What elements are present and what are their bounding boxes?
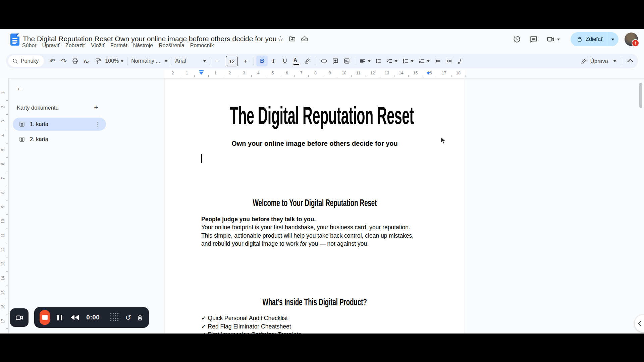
ruler-number: 11 — [356, 71, 360, 75]
clear-formatting-button[interactable] — [455, 55, 466, 67]
increase-font-size-button[interactable]: + — [240, 55, 251, 67]
paint-format-button[interactable] — [92, 55, 104, 67]
ruler-number: 5 — [1, 147, 5, 153]
close-tabs-panel-button[interactable]: ← — [14, 82, 26, 94]
ruler-tick — [6, 314, 8, 314]
meet-dropdown-icon[interactable] — [557, 39, 560, 42]
tab-options-icon[interactable]: ⋮ — [90, 121, 106, 128]
add-tab-button[interactable]: + — [94, 103, 106, 112]
ruler-tick — [237, 75, 237, 77]
toolbar: Ponuky ↶ ↷ A✓ 100% Normálny ... Arial — [6, 54, 638, 68]
ruler-tick — [366, 75, 366, 77]
ruler-tick — [437, 75, 437, 77]
sidebar-tab-1[interactable]: 1. karta ⋮ — [13, 118, 106, 131]
rewind-button[interactable] — [70, 315, 79, 320]
doc-paragraph: People judge you before they talk to you… — [201, 215, 436, 248]
ruler-tick — [6, 328, 8, 329]
align-button[interactable] — [358, 55, 372, 67]
ruler-tick — [280, 75, 280, 77]
search-icon — [12, 58, 18, 64]
comments-icon[interactable] — [527, 33, 540, 46]
ruler-tick — [451, 75, 451, 77]
ruler-number: 5 — [272, 71, 274, 75]
menus-search-button[interactable]: Ponuky — [8, 55, 44, 67]
menu-pomocnik[interactable]: Pomocník — [190, 43, 214, 49]
insert-image-button[interactable] — [341, 55, 353, 67]
avatar[interactable]: ! — [625, 33, 638, 46]
menu-vlozit[interactable]: Vložiť — [91, 43, 105, 49]
ruler-number: 12 — [370, 71, 375, 75]
tabs-panel-title: Karty dokumentu — [17, 105, 59, 111]
horizontal-ruler[interactable]: 21123456789101112131415161718 — [0, 70, 644, 79]
google-docs-logo[interactable] — [10, 34, 19, 46]
ruler-tick — [351, 75, 352, 77]
camera-bubble-button[interactable] — [10, 308, 29, 327]
version-history-icon[interactable] — [510, 33, 524, 46]
spellcheck-button[interactable]: A✓ — [81, 55, 92, 67]
menu-zobrazit[interactable]: Zobraziť — [65, 43, 85, 49]
ruler-tick — [208, 75, 209, 77]
share-dropdown[interactable] — [607, 32, 619, 46]
right-indent-marker[interactable] — [426, 72, 430, 75]
restart-recording-button[interactable]: ↺ — [125, 314, 131, 321]
ruler-tick — [6, 229, 8, 229]
editing-mode-select[interactable]: Úprava — [577, 58, 620, 64]
lock-icon — [577, 36, 583, 42]
paragraph-style-select[interactable]: Normálny ... — [130, 55, 169, 67]
meet-call-button[interactable] — [544, 33, 562, 46]
add-comment-button[interactable] — [330, 55, 341, 67]
tab-label: 1. karta — [30, 121, 90, 127]
menu-nastroje[interactable]: Nástroje — [133, 43, 153, 49]
increase-indent-button[interactable] — [443, 55, 455, 67]
left-indent-marker[interactable] — [199, 70, 204, 75]
ruler-number: 14 — [399, 71, 403, 75]
highlight-color-button[interactable] — [302, 55, 313, 67]
sidebar-tab-2[interactable]: 2. karta — [13, 133, 106, 146]
doc-subtitle: Own your online image before others deci… — [165, 140, 465, 147]
search-label: Ponuky — [21, 58, 39, 64]
star-icon[interactable]: ☆ — [277, 35, 284, 43]
collapse-toolbar-button[interactable] — [625, 55, 636, 67]
print-button[interactable] — [69, 55, 81, 67]
top-letterbox — [0, 0, 644, 29]
bulleted-list-button[interactable] — [400, 55, 416, 67]
vertical-scrollbar[interactable] — [639, 83, 642, 108]
stop-recording-button[interactable] — [40, 310, 50, 325]
decrease-font-size-button[interactable]: − — [212, 55, 224, 67]
checklist-button[interactable] — [384, 55, 400, 67]
ruler-tick — [6, 214, 8, 215]
menu-format[interactable]: Formát — [110, 43, 127, 49]
ruler-tick — [266, 75, 266, 77]
ruler-number: 8 — [1, 190, 5, 195]
ruler-number: 10 — [342, 71, 346, 75]
line-spacing-button[interactable] — [372, 55, 384, 67]
mouse-cursor — [440, 137, 446, 146]
menu-rozsirenia[interactable]: Rozšírenia — [159, 43, 184, 49]
italic-button[interactable]: I — [268, 55, 279, 67]
delete-recording-button[interactable] — [137, 314, 144, 321]
share-button[interactable]: Zdieľať — [571, 32, 619, 46]
undo-button[interactable]: ↶ — [47, 55, 58, 67]
underline-button[interactable]: U — [279, 55, 290, 67]
decrease-indent-button[interactable] — [432, 55, 443, 67]
bold-button[interactable]: B — [256, 56, 268, 66]
insert-link-button[interactable] — [318, 55, 330, 67]
menu-upravit[interactable]: Upraviť — [42, 43, 60, 49]
text-color-button[interactable]: A — [290, 55, 302, 67]
drag-handle-icon[interactable] — [110, 313, 119, 322]
tab-label: 2. karta — [30, 136, 106, 142]
document-title-field[interactable]: The Digital Reputation Reset Own your on… — [23, 35, 276, 43]
ruler-number: 4 — [1, 133, 5, 138]
ruler-number: 11 — [1, 233, 5, 238]
move-folder-icon[interactable] — [288, 35, 296, 43]
menu-subor[interactable]: Súbor — [22, 43, 37, 49]
zoom-select[interactable]: 100% — [104, 55, 125, 67]
font-size-input[interactable]: 12 — [226, 56, 238, 66]
pause-recording-button[interactable] — [57, 315, 62, 320]
numbered-list-button[interactable] — [416, 55, 432, 67]
font-select[interactable]: Arial — [174, 55, 207, 67]
redo-button[interactable]: ↷ — [58, 55, 69, 67]
bottom-letterbox — [0, 334, 644, 362]
ruler-tick — [6, 257, 8, 257]
cloud-saved-icon[interactable] — [301, 35, 309, 43]
